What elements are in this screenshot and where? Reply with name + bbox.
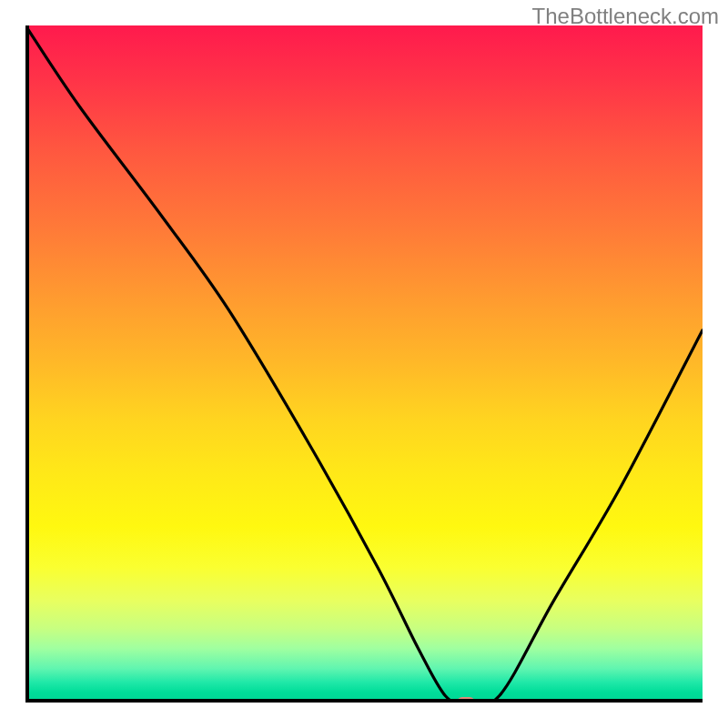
plot-area [25,25,703,703]
watermark-text: TheBottleneck.com [532,4,719,29]
bottleneck-curve-path [25,25,703,703]
bottleneck-chart: TheBottleneck.com [0,0,728,728]
y-axis [25,25,29,703]
curve-svg [25,25,703,703]
x-axis [25,699,703,703]
